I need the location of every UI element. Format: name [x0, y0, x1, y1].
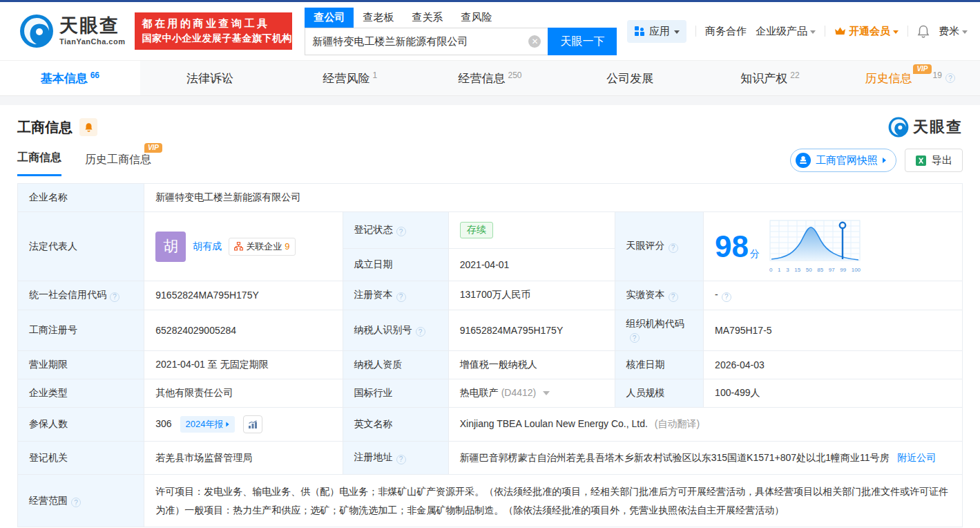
search-input[interactable]: [305, 36, 528, 48]
help-icon[interactable]: ?: [396, 292, 406, 302]
legal-rep-label: 法定代表人: [18, 212, 144, 281]
subtab-row: 工商信息 历史工商信息 VIP 工商官网快照 导出: [17, 147, 963, 176]
tab-company-development[interactable]: 公司发展: [560, 61, 700, 95]
taxpayer-quality-label: 纳税人资质: [343, 351, 448, 379]
tab-count: 1: [372, 70, 377, 80]
help-icon[interactable]: ?: [110, 292, 119, 302]
nav-enterprise-label: 企业级产品: [756, 25, 807, 38]
search-tab-relation[interactable]: 查关系: [403, 8, 452, 28]
user-menu[interactable]: 费米: [939, 25, 968, 38]
industry-code: (D4412): [501, 387, 537, 398]
company-name-value: 新疆特变电工楼兰新能源有限公司: [144, 184, 963, 212]
company-type-value: 其他有限责任公司: [144, 379, 343, 408]
annual-report-badge[interactable]: 2024年报: [180, 416, 236, 433]
auto-translate-note: (自动翻译): [655, 418, 700, 429]
establish-date-value: 2021-04-01: [448, 249, 615, 281]
stamp-icon: [796, 153, 811, 168]
apps-menu[interactable]: 应用: [627, 20, 686, 43]
apps-label: 应用: [649, 25, 670, 38]
reg-authority-value: 若羌县市场监督管理局: [144, 442, 343, 475]
industry-label: 国标行业: [343, 379, 448, 408]
english-name-value: Xinjiang TBEA Loulan New Energy Co., Ltd…: [448, 408, 962, 442]
tianyancha-logo-icon: [888, 117, 909, 138]
reg-capital-value: 131700万人民币: [448, 281, 615, 310]
table-row: 经营范围? 许可项目：发电业务、输电业务、供（配）电业务；非煤矿山矿产资源开采。…: [18, 475, 963, 527]
search-tab-company[interactable]: 查公司: [305, 8, 354, 28]
nav-enterprise-products[interactable]: 企业级产品: [756, 25, 816, 38]
table-row: 统一社会信用代码? 91652824MA795H175Y 注册资本? 13170…: [18, 281, 963, 310]
open-vip-link[interactable]: 开通会员: [834, 25, 899, 38]
related-label: 关联企业: [246, 241, 282, 253]
nav-business-coop[interactable]: 商务合作: [705, 25, 747, 38]
tab-label: 经营风险: [323, 70, 369, 86]
tab-label: 法律诉讼: [186, 70, 233, 86]
insured-label: 参保人数: [18, 408, 144, 442]
help-icon[interactable]: ?: [630, 333, 640, 343]
crown-icon: [834, 26, 846, 36]
chevron-down-icon: [893, 30, 899, 34]
related-count: 9: [285, 241, 289, 252]
help-icon[interactable]: ?: [722, 292, 731, 302]
tab-legal[interactable]: 法律诉讼: [140, 61, 280, 95]
taxpayer-quality-value: 增值税一般纳税人: [448, 351, 615, 379]
main-content: 工商信息 天眼查 工商信息 历史工商信息 VIP: [0, 117, 980, 527]
export-button[interactable]: 导出: [905, 149, 963, 172]
legal-rep-avatar[interactable]: 胡: [155, 232, 186, 262]
tab-label: 知识产权: [740, 70, 787, 86]
table-row: 企业名称 新疆特变电工楼兰新能源有限公司: [18, 184, 963, 212]
help-icon[interactable]: ?: [945, 73, 955, 83]
help-icon[interactable]: ?: [669, 243, 678, 253]
search-button[interactable]: 天眼一下: [548, 28, 617, 55]
staff-size-label: 人员规模: [615, 379, 704, 408]
tab-history-info[interactable]: 历史信息 VIP 19 ?: [840, 61, 980, 95]
business-scope-label: 经营范围?: [18, 475, 144, 527]
username: 费米: [939, 25, 959, 38]
monitor-bell-icon[interactable]: [79, 118, 97, 136]
table-row: 参保人数 306 2024年报 英文名称 Xinjiang TBEA Loula…: [18, 408, 963, 442]
taxpayer-id-value: 91652824MA795H175Y: [448, 310, 615, 351]
tab-count: 250: [508, 70, 522, 80]
address-label: 注册地址?: [343, 442, 448, 475]
search-tab-boss[interactable]: 查老板: [354, 8, 403, 28]
score-value: 98: [715, 229, 749, 263]
insured-trend-chart-icon[interactable]: [243, 415, 262, 433]
search-input-wrap: ✕: [305, 28, 548, 55]
search-tab-risk[interactable]: 查风险: [452, 8, 501, 28]
logo-domain: TianYanCha.com: [59, 37, 125, 46]
promo-banner: 都在用的商业查询工具 国家中小企业发展子基金旗下机构: [135, 12, 292, 50]
help-icon[interactable]: ?: [396, 227, 406, 236]
business-term-label: 营业期限: [18, 351, 144, 379]
vip-badge: VIP: [913, 64, 931, 74]
clear-search-icon[interactable]: ✕: [528, 35, 541, 48]
official-snapshot-button[interactable]: 工商官网快照: [790, 149, 896, 172]
reg-number-label: 工商注册号: [18, 310, 144, 351]
subtab-history-business-info[interactable]: 历史工商信息 VIP: [85, 153, 151, 176]
site-logo[interactable]: 天眼查 TianYanCha.com: [19, 14, 125, 48]
tab-operating-risk[interactable]: 经营风险 1: [280, 61, 420, 95]
tianyancha-logo-icon: [19, 14, 54, 48]
credit-code-value: 91652824MA795H175Y: [144, 281, 343, 310]
tab-label: 基本信息: [41, 70, 88, 86]
score-distribution-chart: 0131550859799100: [769, 220, 861, 273]
company-type-label: 企业类型: [18, 379, 144, 408]
nearby-companies-link[interactable]: 附近公司: [897, 452, 936, 463]
section-title: 工商信息: [17, 118, 73, 137]
help-icon[interactable]: ?: [396, 455, 406, 464]
notification-bell-icon[interactable]: [917, 25, 930, 38]
export-label: 导出: [932, 154, 952, 167]
reg-number-value: 652824029005284: [144, 310, 343, 351]
subtab-business-info[interactable]: 工商信息: [17, 151, 61, 176]
expand-industry-icon[interactable]: [543, 391, 550, 395]
legal-rep-name-link[interactable]: 胡有成: [193, 241, 222, 253]
tab-intellectual-property[interactable]: 知识产权 22: [700, 61, 840, 95]
approval-date-value: 2026-04-03: [704, 351, 963, 379]
tab-operating-info[interactable]: 经营信息 250: [420, 61, 560, 95]
help-icon[interactable]: ?: [669, 292, 678, 302]
help-icon[interactable]: ?: [416, 327, 425, 337]
company-name-label: 企业名称: [18, 184, 144, 212]
table-row: 企业类型 其他有限责任公司 国标行业 热电联产 (D4412) 人员规模 100…: [18, 379, 963, 408]
help-icon[interactable]: ?: [71, 498, 81, 507]
tab-basic-info[interactable]: 基本信息 66: [0, 61, 140, 95]
reg-status-value: 存续: [448, 212, 615, 249]
related-companies-badge[interactable]: 关联企业 9: [229, 238, 295, 256]
